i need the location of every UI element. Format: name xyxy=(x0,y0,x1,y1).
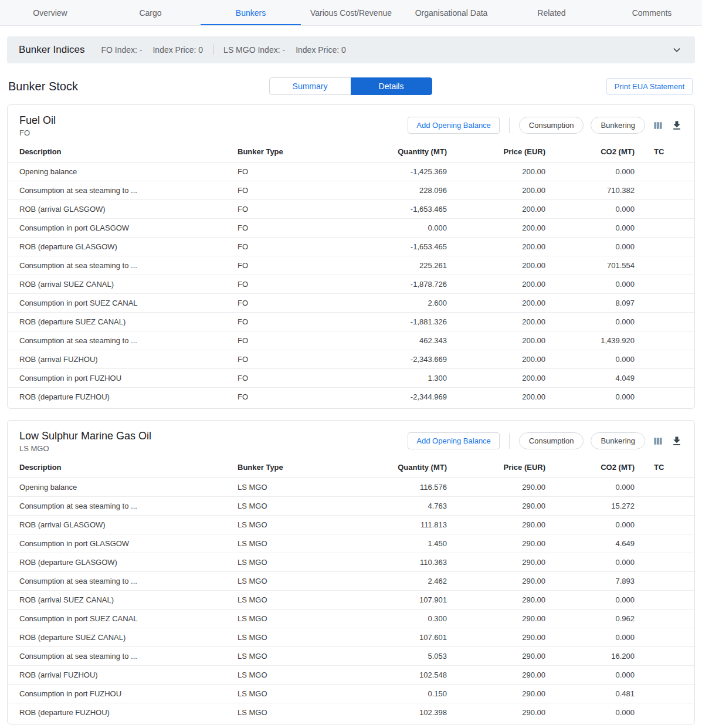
cell-tc xyxy=(635,685,695,703)
cell-co2: 701.554 xyxy=(545,256,635,275)
cell-quantity: -1,881.326 xyxy=(323,313,447,331)
cell-price: 200.00 xyxy=(447,313,545,331)
card-header: Fuel Oil FO Add Opening Balance Consumpt… xyxy=(8,105,694,141)
cell-bunker-type: LS MGO xyxy=(238,516,323,534)
cell-bunker-type: LS MGO xyxy=(238,628,323,647)
cell-description: ROB (departure SUEZ CANAL) xyxy=(8,313,238,331)
cell-description: Consumption in port FUZHOU xyxy=(8,369,238,388)
print-eua-statement-button[interactable]: Print EUA Statement xyxy=(606,78,693,95)
table-header-row: Description Bunker Type Quantity (MT) Pr… xyxy=(8,456,695,478)
cell-description: Consumption at sea steaming to ... xyxy=(8,256,238,275)
cell-quantity: -1,653.465 xyxy=(323,238,447,256)
cell-quantity: -2,344.969 xyxy=(323,388,447,407)
tab-organisational-data[interactable]: Organisational Data xyxy=(401,0,501,25)
cell-tc xyxy=(635,388,695,407)
fuel-oil-card: Fuel Oil FO Add Opening Balance Consumpt… xyxy=(7,104,695,409)
cell-tc xyxy=(635,256,695,275)
cell-quantity: 102.398 xyxy=(323,703,447,722)
tab-cargo[interactable]: Cargo xyxy=(100,0,201,25)
cell-tc xyxy=(635,350,695,369)
ls-mgo-card: Low Sulphur Marine Gas Oil LS MGO Add Op… xyxy=(7,420,695,724)
cell-quantity: 110.363 xyxy=(323,553,447,572)
cell-tc xyxy=(635,219,695,238)
cell-quantity: 0.300 xyxy=(323,610,447,628)
table-row: ROB (departure SUEZ CANAL)LS MGO107.6012… xyxy=(8,628,695,647)
cell-quantity: 2.462 xyxy=(323,572,447,591)
cell-tc xyxy=(635,516,695,534)
cell-co2: 1,439.920 xyxy=(545,331,635,350)
summary-toggle-button[interactable]: Summary xyxy=(269,77,351,95)
column-header-bunker-type: Bunker Type xyxy=(238,141,323,162)
tab-various-cost-revenue[interactable]: Various Cost/Revenue xyxy=(301,0,401,25)
cell-quantity: 4.763 xyxy=(323,497,447,516)
cell-bunker-type: FO xyxy=(238,369,323,388)
cell-co2: 0.962 xyxy=(545,610,635,628)
chevron-down-icon[interactable] xyxy=(670,43,683,56)
divider xyxy=(509,434,510,449)
cell-price: 290.00 xyxy=(447,534,545,553)
add-opening-balance-button[interactable]: Add Opening Balance xyxy=(408,432,499,449)
table-row: Consumption at sea steaming to ...LS MGO… xyxy=(8,647,695,666)
cell-co2: 15.272 xyxy=(545,497,635,516)
cell-description: Consumption at sea steaming to ... xyxy=(8,497,238,516)
cell-tc xyxy=(635,572,695,591)
details-toggle-button[interactable]: Details xyxy=(351,77,432,95)
cell-tc xyxy=(635,238,695,256)
consumption-button[interactable]: Consumption xyxy=(519,432,584,449)
cell-bunker-type: FO xyxy=(238,162,323,181)
cell-quantity: 107.901 xyxy=(323,591,447,610)
bunkering-button[interactable]: Bunkering xyxy=(591,117,645,134)
cell-description: Consumption at sea steaming to ... xyxy=(8,572,238,591)
tab-bunkers[interactable]: Bunkers xyxy=(201,0,301,25)
cell-co2: 0.000 xyxy=(545,313,635,331)
cell-tc xyxy=(635,275,695,294)
cell-description: ROB (arrival FUZHOU) xyxy=(8,350,238,369)
cell-bunker-type: FO xyxy=(238,313,323,331)
card-title: Fuel Oil xyxy=(19,114,56,127)
table-row: Consumption at sea steaming to ...FO462.… xyxy=(8,331,695,350)
tab-comments[interactable]: Comments xyxy=(602,0,702,25)
cell-tc xyxy=(635,294,695,313)
cell-bunker-type: LS MGO xyxy=(238,478,323,497)
cell-co2: 0.000 xyxy=(545,516,635,534)
columns-icon[interactable] xyxy=(652,435,664,447)
cell-price: 290.00 xyxy=(447,703,545,722)
download-icon[interactable] xyxy=(671,120,683,131)
columns-icon[interactable] xyxy=(652,120,664,131)
cell-bunker-type: LS MGO xyxy=(238,610,323,628)
cell-description: ROB (arrival SUEZ CANAL) xyxy=(8,591,238,610)
consumption-button[interactable]: Consumption xyxy=(519,117,584,134)
table-row: ROB (arrival GLASGOW)LS MGO111.813290.00… xyxy=(8,516,695,534)
cell-co2: 0.481 xyxy=(545,685,635,703)
cell-bunker-type: FO xyxy=(238,238,323,256)
add-opening-balance-button[interactable]: Add Opening Balance xyxy=(408,117,499,134)
cell-price: 290.00 xyxy=(447,591,545,610)
card-subtitle: FO xyxy=(19,128,56,137)
bunkering-button[interactable]: Bunkering xyxy=(591,432,645,449)
cell-price: 290.00 xyxy=(447,666,545,685)
bunker-indices-bar[interactable]: Bunker Indices FO Index: - Index Price: … xyxy=(7,36,695,63)
cell-quantity: -1,653.465 xyxy=(323,200,447,219)
fo-index-label: FO Index: - xyxy=(101,45,142,55)
table-row: Consumption at sea steaming to ...FO225.… xyxy=(8,256,695,275)
cell-description: ROB (arrival SUEZ CANAL) xyxy=(8,275,238,294)
cell-co2: 710.382 xyxy=(545,181,635,200)
download-icon[interactable] xyxy=(671,435,683,447)
cell-description: ROB (arrival FUZHOU) xyxy=(8,666,238,685)
tab-related[interactable]: Related xyxy=(501,0,602,25)
table-header-row: Description Bunker Type Quantity (MT) Pr… xyxy=(8,141,695,162)
cell-bunker-type: FO xyxy=(238,200,323,219)
cell-tc xyxy=(635,162,695,181)
cell-tc xyxy=(635,647,695,666)
cell-price: 290.00 xyxy=(447,478,545,497)
column-header-co2: CO2 (MT) xyxy=(545,456,635,478)
tab-overview[interactable]: Overview xyxy=(0,0,100,25)
cell-bunker-type: FO xyxy=(238,388,323,407)
cell-tc xyxy=(635,478,695,497)
cell-bunker-type: FO xyxy=(238,294,323,313)
divider xyxy=(509,118,510,133)
table-row: Opening balanceFO-1,425.369200.000.000 xyxy=(8,162,695,181)
table-row: ROB (departure GLASGOW)FO-1,653.465200.0… xyxy=(8,238,695,256)
cell-co2: 0.000 xyxy=(545,478,635,497)
cell-description: Opening balance xyxy=(8,478,238,497)
